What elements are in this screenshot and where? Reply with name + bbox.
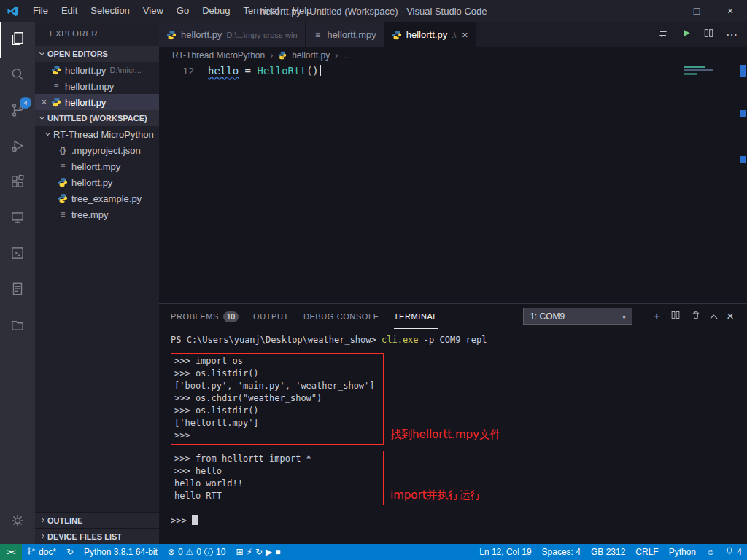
terminal-line: >>> import os — [174, 355, 383, 368]
gear-icon — [9, 513, 26, 532]
terminal-block-1: >>> import os >>> os.listdir() ['boot.py… — [171, 346, 747, 445]
feedback-item[interactable]: ☺ — [701, 544, 720, 560]
tree-file[interactable]: hellortt.py — [35, 174, 159, 190]
terminal-line: >>> from hellortt import * — [174, 453, 383, 465]
grid-plus-icon[interactable]: ⊞ — [236, 547, 243, 557]
file-description: D:\micr... — [109, 66, 141, 74]
breadcrumb-symbol[interactable]: ... — [343, 50, 350, 61]
annotation-box-1: >>> import os >>> os.listdir() ['boot.py… — [171, 353, 384, 445]
activitybar-explorer[interactable] — [0, 22, 35, 58]
tab-terminal[interactable]: TERMINAL — [394, 304, 438, 329]
terminal-line: ['hellortt.mpy'] — [174, 417, 383, 429]
activitybar-device-files[interactable] — [0, 308, 35, 343]
breadcrumb-file[interactable]: hellortt.py — [292, 50, 330, 61]
breadcrumb-folder[interactable]: RT-Thread MicroPython — [172, 50, 265, 61]
open-editor-item[interactable]: ≡ hellortt.mpy — [35, 78, 159, 94]
close-editor-icon[interactable]: × — [42, 97, 51, 107]
overview-ruler-mark — [740, 156, 746, 163]
section-open-editors[interactable]: OPEN EDITORS — [35, 46, 159, 62]
notification-count: 4 — [737, 547, 742, 557]
sync-file-icon[interactable] — [657, 28, 669, 42]
scrollbar-thumb[interactable] — [740, 65, 746, 77]
menu-view[interactable]: View — [136, 0, 170, 22]
document-icon — [9, 281, 26, 300]
indentation-item[interactable]: Spaces: 4 — [537, 544, 586, 560]
bottom-panel: PROBLEMS 10 OUTPUT DEBUG CONSOLE TERMINA… — [159, 303, 747, 544]
tab-hellortt-mpy[interactable]: ≡ hellortt.mpy — [306, 22, 384, 47]
overview-ruler-mark — [740, 110, 746, 117]
chevron-right-icon — [39, 518, 44, 523]
sync-item[interactable]: ↻ — [61, 544, 79, 560]
more-actions-icon[interactable]: ⋯ — [726, 28, 738, 42]
error-icon: ⊗ — [168, 547, 175, 557]
kill-terminal-icon[interactable] — [691, 310, 701, 323]
remote-indicator[interactable]: >< — [0, 544, 22, 560]
activitybar-run-debug[interactable] — [0, 129, 35, 165]
tab-problems[interactable]: PROBLEMS 10 — [171, 304, 239, 329]
open-editor-item-active[interactable]: × hellortt.py — [35, 94, 159, 110]
run-python-file-icon[interactable] — [681, 28, 692, 42]
menu-go[interactable]: Go — [170, 0, 196, 22]
open-editor-item[interactable]: hellortt.py D:\micr... — [35, 62, 159, 78]
problems-item[interactable]: ⊗0 ⚠0 i10 — [163, 544, 231, 560]
code-line-12: 12 hello = HelloRtt() — [159, 63, 747, 79]
tab-output[interactable]: OUTPUT — [253, 304, 289, 329]
split-terminal-icon[interactable] — [670, 310, 681, 323]
chevron-down-icon: ▾ — [622, 313, 626, 321]
activitybar-terminal-box[interactable] — [0, 236, 35, 272]
split-editor-icon[interactable] — [703, 28, 714, 42]
tree-file[interactable]: ≡ hellortt.mpy — [35, 158, 159, 174]
section-workspace[interactable]: UNTITLED (WORKSPACE) — [35, 110, 159, 126]
terminal[interactable]: PS C:\Users\yuanj\Desktop\weather_show> … — [159, 329, 747, 544]
tab-hellortt-py-cross[interactable]: hellortt.py D:\...\mpy-cross-win — [159, 22, 306, 47]
tab-hellortt-py-active[interactable]: hellortt.py .\ × — [384, 22, 476, 47]
chevron-down-icon — [39, 114, 44, 120]
bell-icon — [725, 546, 734, 558]
menu-debug[interactable]: Debug — [196, 0, 236, 22]
terminal-dropdown[interactable]: 1: COM9 ▾ — [523, 308, 632, 325]
menu-edit[interactable]: Edit — [55, 0, 84, 22]
activitybar-settings[interactable] — [0, 504, 35, 540]
mpy-file-icon: ≡ — [58, 209, 68, 219]
file-label: hellortt.mpy — [65, 81, 114, 92]
flash-device-icon[interactable]: ⚡ — [246, 547, 252, 557]
git-branch-item[interactable]: doc* — [22, 544, 61, 560]
menu-selection[interactable]: Selection — [84, 0, 136, 22]
maximize-panel-icon[interactable] — [711, 314, 718, 322]
activitybar-notes[interactable] — [0, 272, 35, 308]
language-mode-item[interactable]: Python — [664, 544, 701, 560]
notifications-item[interactable]: 4 — [720, 544, 747, 560]
close-button[interactable]: × — [713, 0, 747, 22]
section-device-files[interactable]: DEVICE FILES LIST — [35, 528, 159, 544]
cursor-position-item[interactable]: Ln 12, Col 19 — [474, 544, 536, 560]
terminal-line: >>> os.chdir("weather_show") — [174, 392, 383, 405]
tab-debug-console[interactable]: DEBUG CONSOLE — [303, 304, 379, 329]
tree-file[interactable]: tree_example.py — [35, 190, 159, 206]
extensions-icon — [9, 174, 26, 192]
activitybar-remote-explorer[interactable] — [0, 201, 35, 236]
activitybar-search[interactable] — [0, 58, 35, 93]
close-tab-icon[interactable]: × — [462, 29, 468, 41]
activitybar-extensions[interactable] — [0, 165, 35, 201]
tree-folder[interactable]: RT-Thread MicroPython — [35, 126, 159, 142]
close-panel-icon[interactable]: × — [727, 311, 734, 322]
new-terminal-icon[interactable]: + — [653, 311, 660, 322]
section-outline[interactable]: OUTLINE — [35, 512, 159, 528]
eol-item[interactable]: CRLF — [630, 544, 663, 560]
refresh-icon[interactable]: ↻ — [255, 547, 263, 557]
python-interpreter-item[interactable]: Python 3.8.1 64-bit — [79, 544, 163, 560]
tree-file[interactable]: ≡ tree.mpy — [35, 206, 159, 222]
python-icon — [166, 30, 177, 40]
minimap[interactable] — [684, 66, 735, 77]
activitybar-source-control[interactable]: 4 — [0, 93, 35, 129]
encoding-item[interactable]: GB 2312 — [586, 544, 630, 560]
token-variable: hello — [208, 65, 239, 77]
menu-file[interactable]: File — [26, 0, 55, 22]
terminal-line: >>> os.listdir() — [174, 368, 383, 380]
code-editor[interactable]: 12 hello = HelloRtt() — [159, 63, 747, 303]
run-icon[interactable]: ▶ — [266, 547, 272, 557]
tree-file[interactable]: {} .mpyproject.json — [35, 142, 159, 158]
minimize-button[interactable]: – — [646, 0, 680, 22]
stop-icon[interactable]: ■ — [275, 547, 280, 557]
maximize-button[interactable]: □ — [680, 0, 713, 22]
